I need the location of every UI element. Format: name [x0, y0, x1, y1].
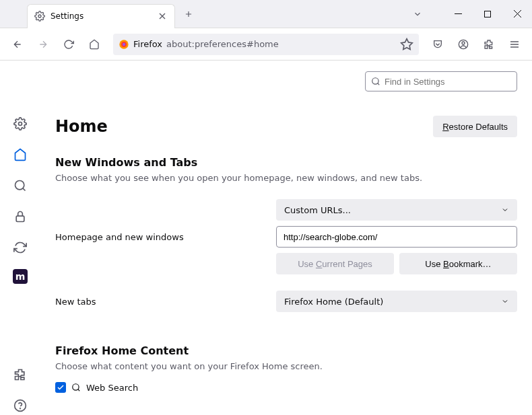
minimize-button[interactable]: [443, 2, 473, 26]
homepage-label: Homepage and new windows: [55, 232, 265, 242]
url-identity: Firefox: [133, 39, 162, 49]
titlebar: Settings: [0, 0, 532, 28]
homepage-url-input[interactable]: [276, 226, 517, 248]
browser-tab[interactable]: Settings: [27, 4, 175, 28]
extensions-button[interactable]: [478, 34, 500, 55]
newtabs-select-value: Firefox Home (Default): [284, 297, 383, 307]
url-text: about:preferences#home: [166, 39, 396, 49]
svg-point-8: [15, 181, 24, 190]
chevron-down-icon: [501, 206, 509, 214]
svg-rect-1: [485, 11, 491, 17]
restore-defaults-button[interactable]: Restore Defaults: [433, 116, 517, 137]
svg-point-0: [38, 15, 41, 17]
settings-sidebar: m: [0, 61, 40, 415]
svg-point-4: [123, 43, 125, 46]
websearch-checkbox[interactable]: [55, 382, 66, 393]
newtabs-select[interactable]: Firefox Home (Default): [276, 291, 517, 312]
search-icon: [71, 383, 81, 392]
find-in-settings[interactable]: [365, 71, 517, 91]
section-new-windows-title: New Windows and Tabs: [55, 156, 517, 169]
sidebar-item-privacy[interactable]: [11, 207, 30, 226]
chevron-down-icon: [501, 297, 509, 305]
sidebar-item-sync[interactable]: [11, 238, 30, 257]
maximize-button[interactable]: [473, 2, 502, 26]
home-button[interactable]: [84, 34, 105, 55]
sidebar-item-search[interactable]: [11, 176, 30, 195]
pocket-button[interactable]: [427, 34, 448, 55]
sidebar-item-extensions[interactable]: [11, 365, 30, 384]
list-all-tabs-button[interactable]: [405, 2, 430, 26]
sidebar-item-general[interactable]: [11, 114, 30, 133]
nav-toolbar: Firefox about:preferences#home: [0, 28, 532, 61]
svg-rect-9: [16, 216, 24, 221]
homepage-select-value: Custom URLs...: [284, 205, 351, 215]
close-tab-icon[interactable]: [157, 11, 168, 22]
search-icon: [371, 77, 380, 86]
bookmark-star-icon[interactable]: [400, 38, 413, 51]
newtabs-label: New tabs: [55, 297, 265, 307]
forward-button[interactable]: [32, 34, 54, 55]
back-button[interactable]: [7, 34, 28, 55]
use-current-pages-button[interactable]: Use Current Pages: [276, 253, 394, 274]
section-home-content-title: Firefox Home Content: [55, 344, 517, 357]
use-bookmark-button[interactable]: Use Bookmark…: [399, 253, 517, 274]
firefox-logo-icon: [119, 39, 129, 50]
account-button[interactable]: [453, 34, 474, 55]
new-tab-button[interactable]: [179, 5, 198, 24]
page-title: Home: [55, 117, 433, 136]
gear-icon: [34, 11, 51, 22]
svg-point-11: [20, 408, 21, 409]
sidebar-item-mozilla[interactable]: m: [13, 269, 28, 284]
url-bar[interactable]: Firefox about:preferences#home: [113, 34, 419, 55]
svg-point-7: [19, 122, 22, 126]
section-new-windows-desc: Choose what you see when you open your h…: [55, 173, 517, 183]
sidebar-item-home[interactable]: [11, 145, 30, 164]
sidebar-item-help[interactable]: [11, 396, 30, 415]
check-icon: [57, 383, 65, 391]
window-controls: [443, 2, 532, 26]
close-window-button[interactable]: [502, 2, 532, 26]
reload-button[interactable]: [58, 34, 79, 55]
section-home-content-desc: Choose what content you want on your Fir…: [55, 361, 517, 371]
tab-title: Settings: [51, 11, 157, 21]
svg-point-12: [372, 78, 378, 84]
app-menu-button[interactable]: [504, 34, 525, 55]
find-input[interactable]: [385, 77, 511, 87]
settings-main: Home Restore Defaults New Windows and Ta…: [40, 61, 532, 415]
svg-point-6: [462, 42, 465, 44]
homepage-select[interactable]: Custom URLs...: [276, 199, 517, 221]
websearch-label: Web Search: [86, 383, 138, 393]
svg-point-13: [73, 384, 79, 390]
